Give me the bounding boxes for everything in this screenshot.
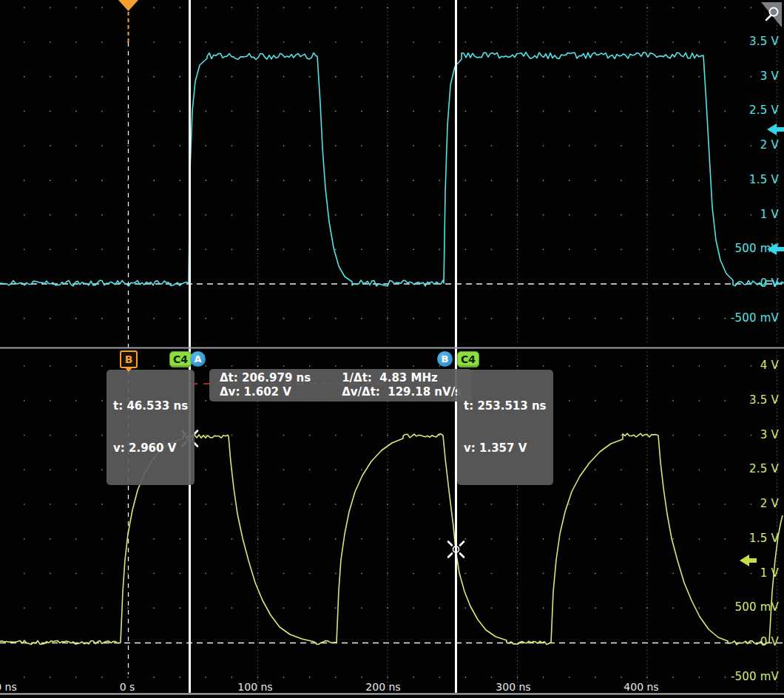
slew-rate-value: Δv/Δt: 129.18 nV/s <box>342 385 462 399</box>
cursor-b-voltage: v: 1.357 V <box>464 441 547 455</box>
bottom-voltage-tick-5: 1.5 V <box>749 532 779 545</box>
bottom-voltage-tick-6: 1 V <box>760 566 779 580</box>
bottom-voltage-tick-1: 3.5 V <box>749 393 779 407</box>
delta-v-value: Δv: 1.602 V <box>220 385 311 399</box>
bottom-voltage-tick-4: 2 V <box>760 497 779 510</box>
time-division-gridlines <box>258 4 777 689</box>
cursor-b-badge[interactable]: B <box>437 351 453 367</box>
delta-t-value: Δt: 206.979 ns <box>220 371 311 385</box>
cursor-a-voltage: v: 2.960 V <box>113 441 188 455</box>
top-voltage-tick-2: 2.5 V <box>749 104 779 117</box>
top-voltage-tick-0: 3.5 V <box>749 35 779 48</box>
oscilloscope-screen: 3.5 V3 V2.5 V2 V1.5 V1 V500 mV0 V-500 mV… <box>0 0 784 698</box>
bottom-voltage-tick-9: -500 mV <box>731 670 779 683</box>
time-tick-0: 0 ns <box>0 681 17 693</box>
time-tick-2: 100 ns <box>237 681 272 693</box>
top-voltage-tick-8: -500 mV <box>731 311 779 325</box>
inverse-delta-t-value: 1/Δt: 4.83 MHz <box>342 371 462 385</box>
top-voltage-tick-6: 500 mV <box>735 242 779 255</box>
time-tick-5: 400 ns <box>624 681 658 693</box>
trigger-b-pointer-icon <box>124 367 133 372</box>
top-voltage-tick-1: 3 V <box>760 70 779 83</box>
channel-top-trace <box>0 52 784 286</box>
top-voltage-tick-3: 2 V <box>760 138 779 152</box>
trigger-position-icon[interactable] <box>118 0 138 11</box>
bottom-voltage-tick-0: 4 V <box>760 359 779 372</box>
cursor-a-badge[interactable]: A <box>190 351 206 367</box>
bottom-voltage-tick-8: 0 V <box>760 635 779 648</box>
trigger-b-marker[interactable]: B <box>120 350 138 368</box>
waveform-plot <box>0 0 784 698</box>
bottom-voltage-tick-3: 2.5 V <box>749 462 779 475</box>
delta-measurement-readout: Δt: 206.979 ns 1/Δt: 4.83 MHz Δv: 1.602 … <box>209 369 472 401</box>
cursor-b-time: t: 253.513 ns <box>464 399 547 413</box>
time-tick-1: 0 s <box>120 681 135 693</box>
time-tick-4: 300 ns <box>496 681 530 693</box>
cursor-a-time: t: 46.533 ns <box>113 399 188 413</box>
channel-c4-badge-left[interactable]: C4 <box>169 351 192 367</box>
trigger-b-label: B <box>125 353 133 365</box>
time-tick-3: 200 ns <box>365 681 400 693</box>
graticule-dots <box>24 7 777 677</box>
top-voltage-tick-4: 1.5 V <box>749 173 779 186</box>
top-voltage-tick-7: 0 V <box>760 277 779 290</box>
bottom-voltage-tick-2: 3 V <box>760 428 779 441</box>
top-voltage-tick-5: 1 V <box>760 208 779 221</box>
cursor-b-readout: t: 253.513 ns v: 1.357 V <box>457 370 553 485</box>
bottom-voltage-tick-7: 500 mV <box>735 600 779 614</box>
channel-c4-badge-right[interactable]: C4 <box>457 351 479 367</box>
cursor-a-readout: t: 46.533 ns v: 2.960 V <box>107 370 195 485</box>
